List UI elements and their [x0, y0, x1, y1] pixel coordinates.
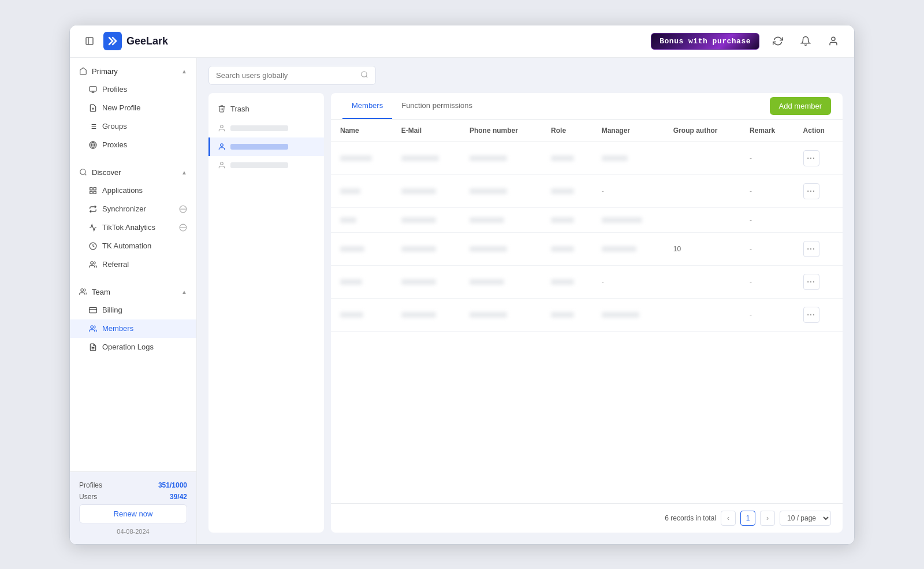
- svg-point-26: [91, 261, 94, 264]
- table-row: - ···: [331, 142, 843, 174]
- blurred-cell: [401, 246, 436, 252]
- user-list-item-active[interactable]: [208, 137, 324, 156]
- cell-group-author: [664, 142, 740, 174]
- blurred-cell: [401, 279, 436, 285]
- cell-email: [392, 142, 460, 174]
- cell-role: [542, 265, 593, 298]
- sidebar-item-tk-automation[interactable]: TK Automation: [70, 237, 196, 255]
- trash-item[interactable]: Trash: [208, 99, 324, 119]
- action-more-btn[interactable]: ···: [803, 274, 819, 290]
- current-page[interactable]: 1: [740, 511, 755, 526]
- cell-action: ···: [794, 174, 843, 207]
- sidebar-discover-header[interactable]: Discover ▲: [70, 163, 196, 181]
- tab-function-permissions[interactable]: Function permissions: [392, 93, 482, 119]
- svg-rect-20: [90, 191, 92, 194]
- refresh-btn[interactable]: [769, 32, 787, 50]
- cell-group-author: [664, 265, 740, 298]
- sidebar-team-header[interactable]: Team ▲: [70, 283, 196, 301]
- profiles-stat-value: 351/1000: [158, 481, 187, 489]
- right-panel: Members Function permissions Add member …: [331, 93, 843, 533]
- prev-page-btn[interactable]: ‹: [721, 511, 736, 526]
- renew-now-btn[interactable]: Renew now: [79, 504, 187, 523]
- action-more-btn[interactable]: ···: [803, 183, 819, 199]
- left-panel: Trash: [208, 93, 324, 533]
- table-row: - ···: [331, 298, 843, 331]
- user-list-item-2[interactable]: [208, 156, 324, 174]
- sidebar-item-billing[interactable]: Billing: [70, 301, 196, 319]
- col-phone: Phone number: [460, 120, 542, 142]
- cell-name: [331, 232, 392, 265]
- cell-phone: [460, 232, 542, 265]
- sidebar-item-members[interactable]: Members: [70, 319, 196, 338]
- sidebar-item-proxies[interactable]: Proxies: [70, 136, 196, 154]
- cell-email: [392, 174, 460, 207]
- blurred-cell: [551, 188, 574, 194]
- blurred-cell: [401, 312, 436, 318]
- notification-btn[interactable]: [796, 32, 815, 50]
- tab-members[interactable]: Members: [342, 93, 392, 119]
- cell-action: ···: [794, 142, 843, 174]
- blurred-cell: [602, 155, 628, 161]
- cell-remark: -: [740, 207, 794, 232]
- cell-action: ···: [794, 298, 843, 331]
- cell-manager: [593, 298, 664, 331]
- records-info: 6 records in total: [665, 514, 716, 522]
- bonus-badge[interactable]: Bonus with purchase: [651, 33, 759, 50]
- add-member-btn[interactable]: Add member: [770, 97, 831, 115]
- cell-remark: -: [740, 174, 794, 207]
- tabs: Members Function permissions: [342, 93, 482, 119]
- profiles-label: Profiles: [102, 85, 127, 94]
- pagination: 6 records in total ‹ 1 › 10 / page 20 / …: [331, 503, 843, 533]
- action-more-btn[interactable]: ···: [803, 150, 819, 166]
- cell-phone: [460, 298, 542, 331]
- search-input[interactable]: [216, 71, 356, 80]
- user-list-item[interactable]: [208, 119, 324, 137]
- cell-action: ···: [794, 265, 843, 298]
- cell-name: [331, 174, 392, 207]
- sidebar-item-groups[interactable]: Groups: [70, 117, 196, 136]
- operation-logs-icon: [88, 343, 98, 352]
- sidebar-item-tiktok-analytics[interactable]: TikTok Analytics: [70, 218, 196, 237]
- sidebar-toggle-btn[interactable]: [81, 33, 98, 49]
- sidebar-item-operation-logs[interactable]: Operation Logs: [70, 338, 196, 356]
- action-more-btn[interactable]: ···: [803, 307, 819, 323]
- blurred-cell: [602, 312, 639, 318]
- cell-email: [392, 207, 460, 232]
- logo-icon: [103, 32, 122, 50]
- per-page-select[interactable]: 10 / page 20 / page 50 / page: [780, 511, 831, 526]
- blurred-cell: [551, 217, 574, 223]
- sidebar-item-profiles[interactable]: Profiles: [70, 80, 196, 99]
- next-page-btn[interactable]: ›: [760, 511, 775, 526]
- sidebar-item-referral[interactable]: Referral: [70, 255, 196, 274]
- cell-name: [331, 142, 392, 174]
- members-icon: [88, 324, 98, 333]
- count-cell: 10: [673, 245, 681, 253]
- action-more-btn[interactable]: ···: [803, 241, 819, 257]
- blurred-cell: [340, 246, 364, 252]
- blurred-cell: [470, 312, 507, 318]
- cell-remark: -: [740, 142, 794, 174]
- sidebar-item-applications[interactable]: Applications: [70, 181, 196, 200]
- cell-name: [331, 265, 392, 298]
- blurred-cell: [340, 279, 362, 285]
- cell-remark: -: [740, 298, 794, 331]
- two-col-layout: Trash: [197, 93, 854, 544]
- table-row: -: [331, 207, 843, 232]
- sidebar-item-synchronizer[interactable]: Synchronizer: [70, 200, 196, 218]
- groups-icon: [88, 122, 98, 131]
- app-logo: GeeLark: [103, 32, 168, 50]
- svg-point-33: [362, 71, 367, 76]
- groups-label: Groups: [102, 122, 127, 131]
- sidebar-primary-header[interactable]: Primary ▲: [70, 62, 196, 80]
- svg-point-37: [221, 162, 223, 165]
- search-icon: [360, 70, 368, 80]
- cell-manager: [593, 207, 664, 232]
- cell-remark: -: [740, 265, 794, 298]
- sidebar-item-new-profile[interactable]: New Profile: [70, 99, 196, 117]
- sidebar-primary-section: Primary ▲ Profiles New Profile: [70, 58, 196, 159]
- svg-point-35: [221, 125, 223, 128]
- proxies-icon: [88, 140, 98, 150]
- user-profile-btn[interactable]: [824, 32, 843, 50]
- cell-email: [392, 298, 460, 331]
- cell-group-author: [664, 207, 740, 232]
